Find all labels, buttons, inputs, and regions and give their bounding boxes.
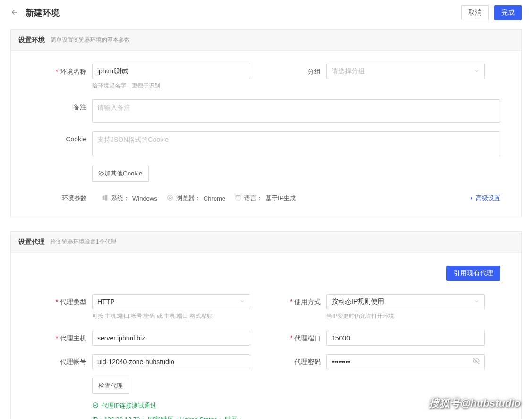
lang-label: 语言： [244,194,263,202]
browser-label: 浏览器： [176,194,201,202]
env-name-help: 给环境起名字，更便于识别 [92,82,266,90]
cookie-textarea[interactable] [92,131,500,156]
quote-existing-proxy-button[interactable]: 引用现有代理 [446,266,500,281]
group-label: 分组 [266,64,326,79]
proxy-type-value: HTTP [97,298,115,306]
proxy-port-input[interactable] [326,331,485,346]
proxy-user-label: 代理帐号 [32,354,92,369]
browser-value: Chrome [204,195,225,202]
cancel-button[interactable]: 取消 [461,5,489,20]
proxy-user-input[interactable] [92,354,250,369]
proxy-mode-label: 使用方式 [266,294,326,309]
chevron-down-icon [240,298,245,306]
proxy-mode-select[interactable]: 按动态IP规则使用 [326,294,485,309]
add-cookie-button[interactable]: 添加其他Cookie [92,166,149,182]
cookie-label: Cookie [32,131,92,147]
page-header: 新建环境 取消 完成 [0,0,532,26]
proxy-section-subtitle: 给浏览器环境设置1个代理 [51,238,116,246]
os-value: Windows [132,195,157,202]
proxy-pass-input[interactable] [326,354,485,369]
eye-off-icon[interactable] [472,358,480,367]
env-name-label: 环境名称 [32,64,92,79]
caret-right-icon [469,196,474,201]
proxy-host-label: 代理主机 [32,331,92,346]
group-placeholder: 请选择分组 [332,67,365,76]
proxy-status-text: 代理IP连接测试通过 [102,402,156,410]
proxy-port-label: 代理端口 [266,331,326,346]
proxy-section-title: 设置代理 [18,238,45,246]
chrome-icon [167,194,173,202]
submit-button[interactable]: 完成 [494,5,522,20]
lang-value: 基于IP生成 [266,194,296,202]
group-select[interactable]: 请选择分组 [326,64,485,79]
chevron-down-icon [474,68,480,75]
svg-rect-2 [236,195,240,200]
advanced-settings-link[interactable]: 高级设置 [469,194,500,202]
os-label: 系统： [111,194,129,202]
env-params-label: 环境参数 [32,194,92,202]
language-icon [235,194,241,202]
proxy-type-label: 代理类型 [32,294,92,309]
env-section-subtitle: 简单设置浏览器环境的基本参数 [51,36,130,44]
env-name-input[interactable] [92,64,250,79]
success-icon [92,402,99,410]
remark-label: 备注 [32,99,92,114]
proxy-mode-value: 按动态IP规则使用 [332,297,384,306]
proxy-pass-label: 代理密码 [266,354,326,369]
chevron-down-icon [474,298,480,306]
proxy-type-help: 可按 主机:端口:帐号:密码 或 主机:端口 格式粘贴 [92,312,266,320]
windows-icon [102,194,108,202]
proxy-detail-text: IP：136.30.13.72； 国家/地区：United States； 时区… [92,415,253,419]
remark-textarea[interactable] [92,99,500,123]
proxy-type-select[interactable]: HTTP [92,294,250,309]
page-title: 新建环境 [26,7,60,18]
back-icon[interactable] [10,8,19,18]
advanced-settings-label: 高级设置 [476,194,500,202]
env-panel: 设置环境 简单设置浏览器环境的基本参数 环境名称 给环境起名字，更便于识别 分组… [10,29,522,217]
check-proxy-button[interactable]: 检查代理 [92,378,129,394]
svg-point-1 [169,196,171,198]
proxy-host-input[interactable] [92,331,250,346]
env-section-title: 设置环境 [18,36,45,44]
svg-point-0 [168,195,173,200]
proxy-mode-help: 当IP变更时仍允许打开环境 [326,312,500,320]
proxy-panel: 设置代理 给浏览器环境设置1个代理 引用现有代理 代理类型 HTTP 可按 主机… [10,231,522,419]
svg-point-3 [93,402,98,408]
